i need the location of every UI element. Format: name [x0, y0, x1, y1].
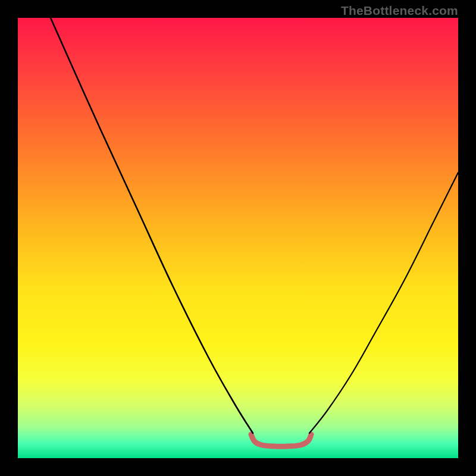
- series-valley-floor: [251, 434, 311, 446]
- curve-layer: [18, 18, 458, 458]
- plot-area: [18, 18, 458, 458]
- chart-container: TheBottleneck.com: [0, 0, 476, 476]
- series-left-branch: [51, 18, 253, 433]
- watermark-text: TheBottleneck.com: [341, 4, 458, 18]
- series-right-branch: [309, 173, 458, 433]
